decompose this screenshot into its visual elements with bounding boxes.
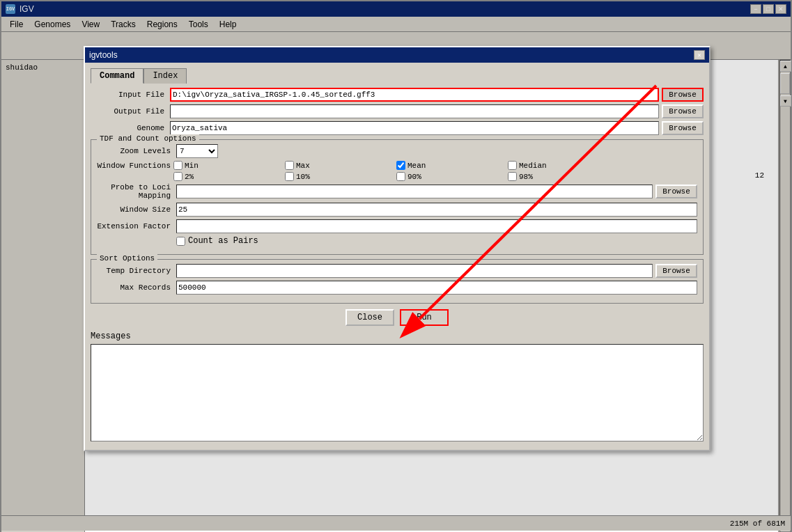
cb-10pct-label: 10% xyxy=(296,173,310,181)
dialog-content: Command Index Input File Browse Output F… xyxy=(85,63,709,450)
cb-min-label: Min xyxy=(185,162,199,170)
cb-90pct-input[interactable] xyxy=(396,172,405,181)
genome-field[interactable] xyxy=(170,121,659,135)
window-size-field[interactable] xyxy=(176,203,697,217)
window-functions-row: Window Functions Min Max xyxy=(97,161,697,170)
cb-median: Median xyxy=(508,161,619,170)
genome-browse-button[interactable]: Browse xyxy=(662,121,704,135)
cb-2pct-input[interactable] xyxy=(173,172,183,181)
igv-window: IGV IGV − □ ✕ File Genomes View Tracks R… xyxy=(0,0,792,532)
cb-median-label: Median xyxy=(519,162,547,170)
dialog-close-button[interactable]: ✕ xyxy=(694,50,705,60)
cb-98pct-input[interactable] xyxy=(508,172,517,181)
output-file-label: Output File xyxy=(91,107,167,116)
window-size-row: Window Size xyxy=(97,203,697,217)
input-file-row: Input File Browse xyxy=(91,88,704,102)
window-functions-label: Window Functions xyxy=(97,162,173,170)
dialog-title-bar: igvtools ✕ xyxy=(85,47,709,63)
input-file-label: Input File xyxy=(91,91,167,99)
tab-index[interactable]: Index xyxy=(143,68,187,84)
dialog-title: igvtools xyxy=(89,50,118,60)
messages-section: Messages xyxy=(91,331,704,444)
probe-browse-button[interactable]: Browse xyxy=(655,185,697,198)
probe-field[interactable] xyxy=(176,185,653,198)
cb-90pct-label: 90% xyxy=(407,173,421,181)
zoom-levels-row: Zoom Levels 7 5 10 xyxy=(97,144,697,158)
cb-2pct: 2% xyxy=(173,172,285,181)
temp-dir-row: Temp Directory Browse xyxy=(97,264,697,278)
sort-options-group: Sort Options Temp Directory Browse Max R… xyxy=(91,259,704,304)
messages-label: Messages xyxy=(91,331,704,341)
extension-field[interactable] xyxy=(176,219,697,233)
cb-min: Min xyxy=(173,161,285,170)
messages-box[interactable] xyxy=(91,344,704,441)
input-file-field[interactable] xyxy=(170,88,659,102)
cb-max: Max xyxy=(285,161,396,170)
temp-browse-button[interactable]: Browse xyxy=(655,264,697,278)
cb-max-input[interactable] xyxy=(285,161,294,170)
count-pairs-row: Count as Pairs xyxy=(97,236,697,246)
tab-bar: Command Index xyxy=(91,68,704,84)
max-records-row: Max Records xyxy=(97,281,697,295)
cb-98pct-label: 98% xyxy=(519,173,533,181)
cb-mean: Mean xyxy=(396,161,508,170)
count-pairs-label: Count as Pairs xyxy=(188,236,258,246)
cb-10pct-input[interactable] xyxy=(285,172,294,181)
percentile-row: 2% 10% 90% xyxy=(97,172,697,181)
cb-90pct: 90% xyxy=(396,172,508,181)
count-pairs-checkbox[interactable] xyxy=(176,237,185,246)
genome-row: Genome Browse xyxy=(91,121,704,135)
probe-row: Probe to Loci Mapping Browse xyxy=(97,183,697,200)
zoom-levels-select[interactable]: 7 5 10 xyxy=(176,144,218,158)
zoom-levels-label: Zoom Levels xyxy=(97,147,173,155)
tdf-group-label: TDF and Count options xyxy=(97,134,199,143)
cb-max-label: Max xyxy=(296,162,310,170)
cb-10pct: 10% xyxy=(285,172,396,181)
output-file-row: Output File Browse xyxy=(91,104,704,118)
cb-98pct: 98% xyxy=(508,172,619,181)
sort-options-label: Sort Options xyxy=(97,254,157,263)
tdf-group: TDF and Count options Zoom Levels 7 5 10… xyxy=(91,139,704,255)
run-button[interactable]: Run xyxy=(400,309,449,326)
extension-label: Extension Factor xyxy=(97,222,173,230)
close-dialog-button[interactable]: Close xyxy=(345,309,394,326)
genome-row-label: Genome xyxy=(91,124,167,132)
modal-overlay: igvtools ✕ Command Index Input File Brow… xyxy=(1,1,791,531)
cb-mean-input[interactable] xyxy=(396,161,405,170)
temp-dir-field[interactable] xyxy=(176,264,653,278)
extension-row: Extension Factor xyxy=(97,219,697,233)
probe-label: Probe to Loci Mapping xyxy=(97,183,173,200)
temp-dir-label: Temp Directory xyxy=(97,267,173,275)
max-records-field[interactable] xyxy=(176,281,697,295)
cb-mean-label: Mean xyxy=(407,162,426,170)
igvtools-dialog: igvtools ✕ Command Index Input File Brow… xyxy=(84,46,711,451)
output-browse-button[interactable]: Browse xyxy=(662,104,704,118)
output-file-field[interactable] xyxy=(170,104,659,118)
cb-min-input[interactable] xyxy=(173,161,183,170)
max-records-label: Max Records xyxy=(97,283,173,292)
window-size-label: Window Size xyxy=(97,205,173,214)
tab-command[interactable]: Command xyxy=(91,68,143,84)
action-buttons: Close Run xyxy=(91,309,704,326)
input-browse-button[interactable]: Browse xyxy=(662,88,704,102)
cb-median-input[interactable] xyxy=(508,161,517,170)
cb-2pct-label: 2% xyxy=(185,173,194,181)
